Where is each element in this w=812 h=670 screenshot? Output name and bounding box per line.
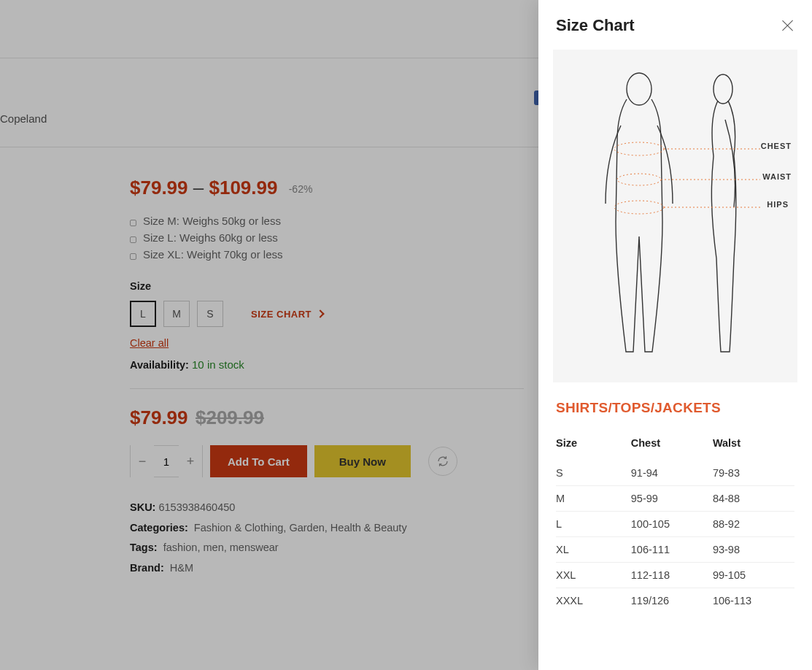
size-table: Size Chest Walst S 91-94 79-83 M 95-99 8… [556, 431, 794, 613]
cell-chest: 100-105 [631, 518, 713, 530]
cell-chest: 95-99 [631, 493, 713, 504]
diagram-hips-label: HIPS [767, 200, 789, 209]
svg-point-2 [614, 142, 664, 155]
col-chest: Chest [631, 437, 713, 449]
body-figure-icon [581, 69, 770, 361]
cell-waist: 99-105 [713, 569, 794, 581]
cell-waist: 84-88 [713, 493, 794, 504]
close-icon[interactable] [781, 19, 794, 32]
table-row: L 100-105 88-92 [556, 512, 794, 537]
cell-waist: 93-98 [713, 544, 794, 555]
col-size: Size [556, 437, 631, 449]
size-section-title: SHIRTS/TOPS/JACKETS [556, 400, 794, 416]
cell-chest: 91-94 [631, 467, 713, 479]
cell-chest: 119/126 [631, 595, 713, 607]
cell-size: S [556, 467, 631, 479]
table-row: M 95-99 84-88 [556, 486, 794, 512]
table-row: XL 106-111 93-98 [556, 537, 794, 563]
size-chart-panel: Size Chart [538, 0, 812, 670]
table-row: S 91-94 79-83 [556, 461, 794, 486]
table-row: XXXL 119/126 106-113 [556, 588, 794, 613]
body-diagram: CHEST WAIST HIPS [553, 50, 797, 382]
panel-title: Size Chart [556, 16, 635, 35]
svg-point-3 [617, 174, 661, 185]
svg-point-0 [627, 73, 651, 105]
cell-size: XL [556, 544, 631, 555]
diagram-chest-label: CHEST [761, 142, 792, 150]
cell-size: XXL [556, 569, 631, 581]
svg-point-4 [614, 201, 664, 214]
cell-waist: 79-83 [713, 467, 794, 479]
table-row: XXL 112-118 99-105 [556, 563, 794, 588]
cell-size: XXXL [556, 595, 631, 607]
diagram-waist-label: WAIST [762, 172, 792, 181]
cell-size: M [556, 493, 631, 504]
col-waist: Walst [713, 437, 794, 449]
table-header: Size Chest Walst [556, 431, 794, 461]
svg-point-1 [714, 74, 732, 104]
cell-waist: 106-113 [713, 595, 794, 607]
cell-chest: 106-111 [631, 544, 713, 555]
cell-size: L [556, 518, 631, 530]
cell-waist: 88-92 [713, 518, 794, 530]
cell-chest: 112-118 [631, 569, 713, 581]
